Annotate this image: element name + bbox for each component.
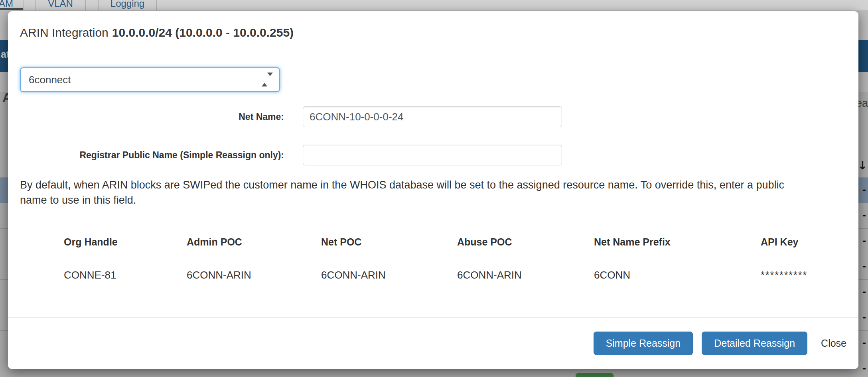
green-button-partial[interactable] xyxy=(576,373,614,377)
cell-net-poc: 6CONN-ARIN xyxy=(321,269,457,281)
cell-net-name-prefix: 6CONN xyxy=(594,269,761,281)
registrar-public-name-label: Registrar Public Name (Simple Reassign o… xyxy=(20,150,284,161)
header-abuse-poc: Abuse POC xyxy=(457,236,594,248)
org-table: Org Handle Admin POC Net POC Abuse POC N… xyxy=(20,228,846,294)
select-arrows-icon xyxy=(262,76,273,83)
tab-logging[interactable]: Logging xyxy=(98,0,157,10)
header-admin-poc: Admin POC xyxy=(187,236,321,248)
net-name-input[interactable] xyxy=(303,106,562,127)
registrar-public-name-row: Registrar Public Name (Simple Reassign o… xyxy=(20,145,846,165)
cell-abuse-poc: 6CONN-ARIN xyxy=(457,269,594,281)
detailed-reassign-button[interactable]: Detailed Reassign xyxy=(702,332,807,355)
active-tab-underline xyxy=(0,8,23,10)
org-table-header: Org Handle Admin POC Net POC Abuse POC N… xyxy=(20,228,846,256)
swip-description-text: By default, when ARIN blocks are SWIPed … xyxy=(20,177,814,208)
cell-org-handle: CONNE-81 xyxy=(64,269,187,281)
registrar-public-name-input[interactable] xyxy=(303,145,562,165)
header-net-poc: Net POC xyxy=(321,236,457,248)
net-name-label: Net Name: xyxy=(20,112,284,122)
net-name-row: Net Name: xyxy=(20,106,846,127)
cell-api-key: ********** xyxy=(761,269,846,281)
tab-vlan[interactable]: VLAN xyxy=(35,0,86,10)
integration-select-value: 6connect xyxy=(29,74,71,86)
cell-admin-poc: 6CONN-ARIN xyxy=(187,269,321,281)
background-tab-bar: AM VLAN Logging xyxy=(0,0,868,10)
header-api-key: API Key xyxy=(761,236,846,248)
org-table-row[interactable]: CONNE-81 6CONN-ARIN 6CONN-ARIN 6CONN-ARI… xyxy=(20,256,846,294)
simple-reassign-button[interactable]: Simple Reassign xyxy=(594,332,693,355)
header-org-handle: Org Handle xyxy=(64,236,187,248)
sort-icon[interactable]: ↓↑ xyxy=(858,159,868,173)
modal-header: ARIN Integration 10.0.0.0/24 (10.0.0.0 -… xyxy=(8,11,858,54)
close-button[interactable]: Close xyxy=(821,338,846,349)
integration-select[interactable]: 6connect xyxy=(20,67,280,92)
modal-title-range: 10.0.0.0/24 (10.0.0.0 - 10.0.0.255) xyxy=(112,26,294,39)
modal-title: ARIN Integration xyxy=(20,26,108,39)
header-net-name-prefix: Net Name Prefix xyxy=(594,236,761,248)
modal-body: 6connect Net Name: Registrar Public Name… xyxy=(8,54,858,317)
modal-footer: Simple Reassign Detailed Reassign Close xyxy=(8,317,858,369)
arin-integration-modal: ARIN Integration 10.0.0.0/24 (10.0.0.0 -… xyxy=(8,11,858,369)
